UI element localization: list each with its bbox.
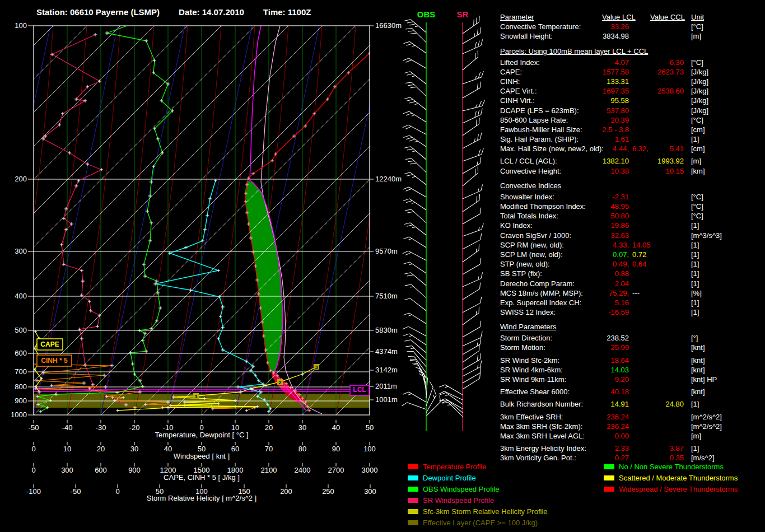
wind-barb (460, 208, 484, 224)
wind-barb (460, 118, 482, 136)
table-row: MCS 18m/s (MMP, MSP): 75.29, --- [%] (500, 288, 763, 298)
table-row: Max 3km SRH (Sfc-2km): 236.24 [m^2/s^2] (500, 422, 763, 431)
svg-text:CAPE: CAPE (40, 340, 59, 348)
param-unit: [cm] (684, 125, 732, 134)
wind-barb (460, 27, 484, 44)
wind-barb (404, 39, 426, 57)
param-value-lcl: 2.5 - 3.8 (602, 125, 629, 134)
table-row: SWISS 12 Index: -16.59 [1] (500, 307, 763, 317)
wind-barb (405, 343, 426, 364)
x-tick-label: 200 (280, 487, 292, 496)
pressure-tick-label: 400 (15, 292, 27, 300)
param-unit: [1] (684, 298, 732, 307)
x-tick-label: 300 (61, 466, 73, 474)
param-value-ccl (650, 31, 684, 41)
legend-swatch (408, 487, 418, 492)
param-unit: [°C] (684, 22, 732, 31)
wind-barb (460, 344, 482, 362)
legend-label: Dewpoint Profile (423, 474, 476, 482)
isotherm-line (168, 26, 500, 415)
height-tick-label: 9570m (375, 247, 398, 255)
param-label: Convective Height: (500, 166, 602, 176)
wind-barb (404, 144, 426, 164)
param-unit: [m] (684, 156, 732, 166)
height-tick-label: 12240m (375, 175, 402, 183)
param-label: Storm Motion: (500, 343, 602, 352)
param-unit: [1] (684, 444, 732, 453)
wind-barb (460, 338, 484, 354)
param-unit: [knt] (684, 343, 732, 352)
param-label: Derecho Comp Param: (500, 279, 602, 288)
height-axis: 16630m12240m9570m7510m5830m4374m3142m201… (370, 21, 402, 404)
param-unit: [m] (684, 31, 732, 41)
wind-barb (461, 148, 485, 161)
section-title-parcels: Parcels: Using 100mB mean layer LCL + CC… (500, 46, 763, 56)
param-value-ccl (650, 259, 684, 269)
moist-adiabat-line (168, 26, 252, 415)
wind-barb (460, 258, 484, 274)
param-value-lcl: 32.63 (602, 231, 629, 240)
table-row: Storm Motion: 25.99 [knt] (500, 343, 763, 352)
legend-profiles: Temperature Profile Dewpoint Profile OBS… (408, 461, 548, 528)
legend-item: Dewpoint Profile (408, 472, 548, 483)
param-unit: [m^2/s^2] (684, 412, 732, 422)
param-label: CINH: (500, 77, 602, 86)
pressure-tick-label: 1000 (11, 410, 27, 419)
param-value-mid (629, 211, 650, 221)
wind-barb (408, 353, 426, 376)
param-value-mid (629, 412, 650, 422)
svg-text:3: 3 (315, 365, 318, 370)
param-label: Effective Shear 6000: (500, 387, 602, 396)
series-sr-windspeed (41, 33, 137, 409)
wind-barb (460, 157, 484, 174)
table-row: CAPE: 1577.58 2623.73 [J/kg] (500, 67, 763, 77)
param-value-lcl: 4.33, (602, 240, 629, 250)
param-value-mid: 6.32, (629, 144, 650, 153)
param-value-mid (629, 156, 650, 166)
param-value-lcl: 95.58 (602, 96, 629, 105)
table-row: DCAPE (LFS = 623mB): 537.80 [J/kg] (500, 106, 763, 115)
param-unit: [knt] (684, 387, 732, 396)
param-label: Modified Thompson Index: (500, 202, 602, 211)
param-value-lcl: 25.99 (602, 343, 629, 352)
x-axis-title: Storm Relative Helicity [ m^2/s^2 ] (147, 494, 256, 502)
param-label: DCAPE (LFS = 623mB): (500, 106, 602, 115)
param-value-mid (629, 58, 650, 67)
table-row: Convective Temperature: 33.26 [°C] (500, 22, 763, 31)
wind-barb (403, 249, 426, 265)
param-label: Total Totals Index: (500, 211, 602, 221)
param-unit: [m^3/s^3] (684, 231, 732, 240)
param-value-lcl: 0.49, (602, 259, 629, 269)
param-label: CAPE Virt.: (500, 86, 602, 96)
param-value-mid (629, 307, 650, 317)
x-tick-label: 70 (265, 445, 273, 453)
param-label: SR Wind 9km-11km: (500, 375, 602, 384)
param-value-lcl: 14.03 (602, 365, 629, 375)
param-value-mid (629, 231, 650, 240)
wind-barb (404, 170, 426, 189)
param-value-ccl (650, 412, 684, 422)
param-value-ccl (650, 77, 684, 86)
param-value-ccl: 1993.92 (650, 156, 684, 166)
table-row: Exp. Supercell Index CH: 5.16 [1] (500, 298, 763, 307)
param-value-mid (629, 166, 650, 176)
param-label: SWISS 12 Index: (500, 307, 602, 317)
param-unit: [°] (684, 333, 732, 343)
param-value-mid (629, 86, 650, 96)
legend-swatch (408, 498, 418, 503)
table-row: Effective Shear 6000: 40.18 [knt] (500, 387, 763, 396)
x-tick-label: 30 (298, 423, 306, 432)
wind-barb (402, 401, 426, 414)
param-label: CINH Virt.: (500, 96, 602, 105)
param-label: Max. Hail Size (new, new2, old): (500, 144, 602, 153)
x-tick-label: 10 (63, 445, 71, 453)
legend-item: Scattered / Moderate Thunderstorms (604, 472, 738, 483)
param-unit: [°C] (684, 192, 732, 202)
pressure-tick-label: 900 (15, 396, 27, 405)
param-value-mid: 14.05 (629, 240, 650, 250)
x-tick-label: 900 (128, 466, 141, 474)
wind-barb (404, 221, 426, 240)
moist-adiabat-line (302, 26, 386, 415)
param-value-ccl (650, 22, 684, 31)
param-value-mid (629, 343, 650, 352)
